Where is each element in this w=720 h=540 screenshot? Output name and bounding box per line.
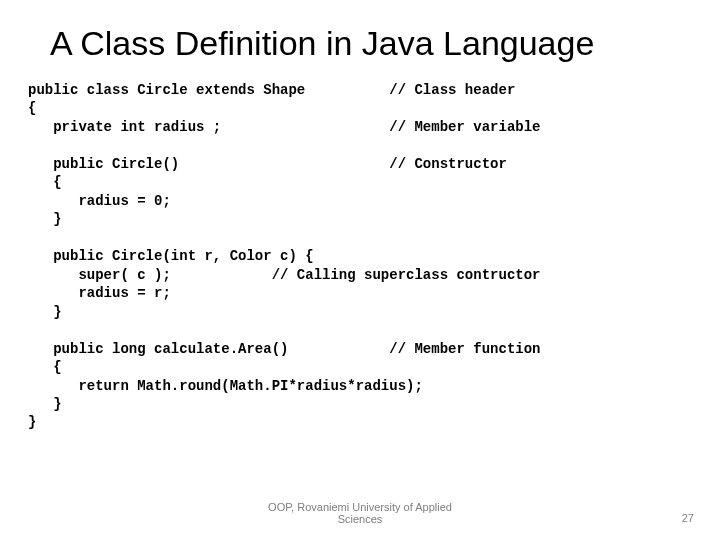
page-number: 27 — [682, 512, 694, 524]
footer-center: OOP, Rovaniemi University of Applied Sci… — [0, 501, 720, 526]
footer-line1: OOP, Rovaniemi University of Applied — [0, 501, 720, 514]
footer-line2: Sciences — [0, 513, 720, 526]
footer: OOP, Rovaniemi University of Applied Sci… — [0, 501, 720, 526]
slide-title: A Class Definition in Java Language — [50, 24, 692, 63]
code-block: public class Circle extends Shape // Cla… — [28, 81, 692, 432]
slide: A Class Definition in Java Language publ… — [0, 0, 720, 540]
